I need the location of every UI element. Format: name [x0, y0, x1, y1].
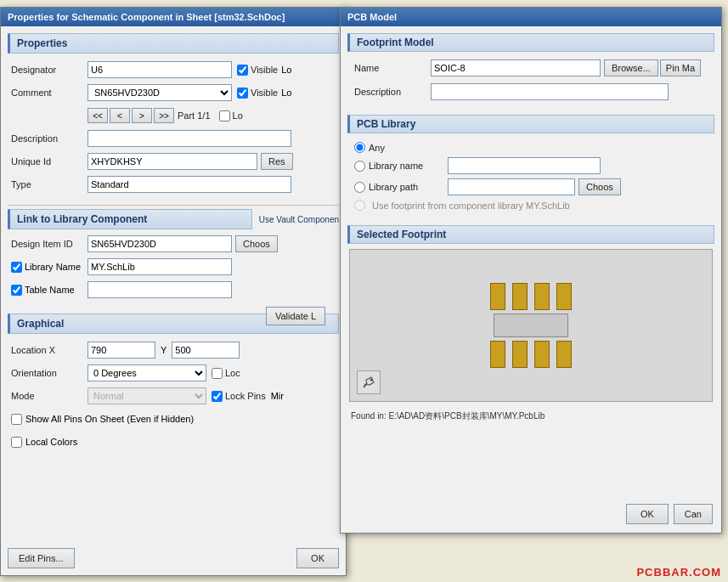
location-x-input[interactable]: [87, 342, 155, 359]
local-colors-label[interactable]: Local Colors: [11, 437, 77, 448]
designator-lock-label: Lo: [281, 65, 291, 75]
any-radio-row: Any: [354, 142, 708, 153]
lock-pins-check[interactable]: Lock Pins: [212, 391, 266, 402]
mode-row: Mode Normal Lock Pins Mir: [11, 387, 336, 405]
unique-id-input[interactable]: [87, 153, 257, 170]
location-row: Location X Y: [11, 341, 336, 359]
svg-point-0: [370, 379, 373, 381]
design-item-id-input[interactable]: [87, 235, 232, 252]
orientation-row: Orientation 0 Degrees 90 Degrees 180 Deg…: [11, 364, 336, 382]
found-in-text: Found in: E:\AD\AD资料\PCB封装库\MY\MY.PcbLib: [341, 407, 721, 426]
graphical-form: Location X Y Orientation 0 Degrees 90 De…: [1, 337, 346, 459]
any-radio-label[interactable]: Any: [354, 142, 448, 153]
library-path-choose-btn[interactable]: Choos: [578, 178, 621, 195]
library-name-radio[interactable]: [354, 161, 365, 172]
unique-id-label: Unique Id: [11, 156, 87, 167]
show-all-pins-label[interactable]: Show All Pins On Sheet (Even if Hidden): [11, 414, 194, 425]
library-name-input[interactable]: [87, 258, 232, 275]
choose-btn[interactable]: Choos: [235, 235, 278, 252]
nav-prev-btn[interactable]: <: [110, 108, 130, 123]
table-name-row: Table Name: [11, 280, 336, 299]
footprint-description-label: Description: [354, 87, 431, 97]
soic-pin-4: [556, 283, 572, 310]
library-name-radio-input[interactable]: [448, 157, 601, 174]
footprint-model-form: Name Browse... Pin Ma Description: [341, 57, 721, 108]
use-footprint-radio-label[interactable]: Use footprint from component library MY.…: [354, 200, 570, 211]
library-path-radio-label[interactable]: Library path: [354, 182, 448, 193]
show-all-pins-row: Show All Pins On Sheet (Even if Hidden): [11, 410, 336, 428]
show-all-pins-check[interactable]: [11, 414, 22, 425]
pcb-library-header: PCB Library: [347, 115, 714, 133]
nav-first-btn[interactable]: <<: [87, 108, 108, 123]
part-text: Part 1/1: [178, 110, 211, 121]
mode-label: Mode: [11, 391, 87, 401]
any-radio[interactable]: [354, 142, 365, 153]
browse-btn[interactable]: Browse...: [604, 59, 658, 76]
main-ok-btn[interactable]: OK: [296, 548, 339, 568]
pin-map-btn[interactable]: Pin Ma: [660, 59, 701, 76]
footprint-canvas: [350, 250, 712, 401]
soic-pin-6: [512, 341, 528, 368]
designator-input[interactable]: [87, 61, 232, 78]
soic-pins-top: [490, 283, 572, 310]
library-name-radio-label[interactable]: Library name: [354, 161, 448, 172]
properties-form: Designator Visible Lo Comment SN65HVD230…: [1, 57, 346, 201]
description-row: Description: [11, 129, 336, 148]
pcb-bottom-buttons: OK Can: [626, 504, 713, 524]
footprint-description-row: Description: [354, 82, 708, 101]
location-y-input[interactable]: [172, 342, 240, 359]
local-colors-row: Local Colors: [11, 432, 336, 451]
library-path-radio-input[interactable]: [448, 178, 575, 195]
edit-pins-btn[interactable]: Edit Pins...: [8, 548, 75, 568]
comment-visible-check[interactable]: Visible: [237, 88, 278, 99]
soic-pin-3: [534, 283, 550, 310]
type-input[interactable]: [87, 176, 291, 193]
main-dialog-titlebar: Properties for Schematic Component in Sh…: [1, 8, 346, 26]
soic-pin-1: [490, 283, 505, 310]
link-section-header: Link to Library Component: [8, 209, 252, 229]
soic-pin-8: [556, 341, 572, 368]
local-colors-check[interactable]: [11, 437, 22, 448]
table-name-label[interactable]: Table Name: [11, 285, 87, 296]
soic-pin-7: [534, 341, 550, 368]
footprint-description-input[interactable]: [431, 83, 669, 100]
comment-lock-label: Lo: [281, 88, 291, 98]
orientation-select[interactable]: 0 Degrees 90 Degrees 180 Degrees 270 Deg…: [87, 364, 206, 381]
footprint-name-input[interactable]: [431, 59, 601, 76]
library-name-radio-row: Library name: [354, 157, 708, 174]
use-footprint-row: Use footprint from component library MY.…: [354, 200, 708, 211]
table-name-input[interactable]: [87, 281, 232, 298]
designator-label: Designator: [11, 65, 87, 75]
designator-row: Designator Visible Lo: [11, 60, 336, 79]
type-label: Type: [11, 179, 87, 189]
designator-visible-check[interactable]: Visible: [237, 65, 278, 76]
design-item-id-row: Design Item ID Choos: [11, 234, 336, 253]
nav-lock-check[interactable]: Lo: [219, 110, 243, 121]
pcb-ok-btn[interactable]: OK: [626, 504, 669, 524]
comment-select[interactable]: SN65HVD230D: [87, 84, 232, 101]
library-path-radio[interactable]: [354, 182, 365, 193]
library-name-check[interactable]: [11, 262, 22, 273]
soic-pin-2: [512, 283, 528, 310]
orientation-label: Orientation: [11, 368, 87, 378]
main-dialog-title: Properties for Schematic Component in Sh…: [8, 12, 285, 22]
mode-select[interactable]: Normal: [87, 387, 206, 404]
nav-last-btn[interactable]: >>: [154, 108, 174, 123]
nav-row: << < > >> Part 1/1 Lo: [87, 106, 336, 125]
comment-label: Comment: [11, 88, 87, 98]
nav-next-btn[interactable]: >: [132, 108, 152, 123]
use-footprint-radio[interactable]: [354, 200, 365, 211]
design-item-id-label: Design Item ID: [11, 239, 87, 249]
pcb-cancel-btn[interactable]: Can: [674, 504, 713, 524]
location-x-label: Location X: [11, 345, 87, 355]
orientation-lock-check[interactable]: Loc: [212, 368, 240, 379]
library-name-label[interactable]: Library Name: [11, 262, 87, 273]
table-name-check[interactable]: [11, 285, 22, 296]
selected-footprint-header: Selected Footprint: [347, 225, 714, 244]
validate-btn[interactable]: Validate L: [266, 307, 325, 325]
location-y-label: Y: [161, 345, 166, 355]
reset-btn[interactable]: Res: [261, 153, 293, 170]
pcb-model-dialog: PCB Model Footprint Model Name Browse...…: [340, 7, 722, 534]
fp-tool-icon[interactable]: [357, 370, 381, 394]
description-input[interactable]: [87, 130, 291, 147]
